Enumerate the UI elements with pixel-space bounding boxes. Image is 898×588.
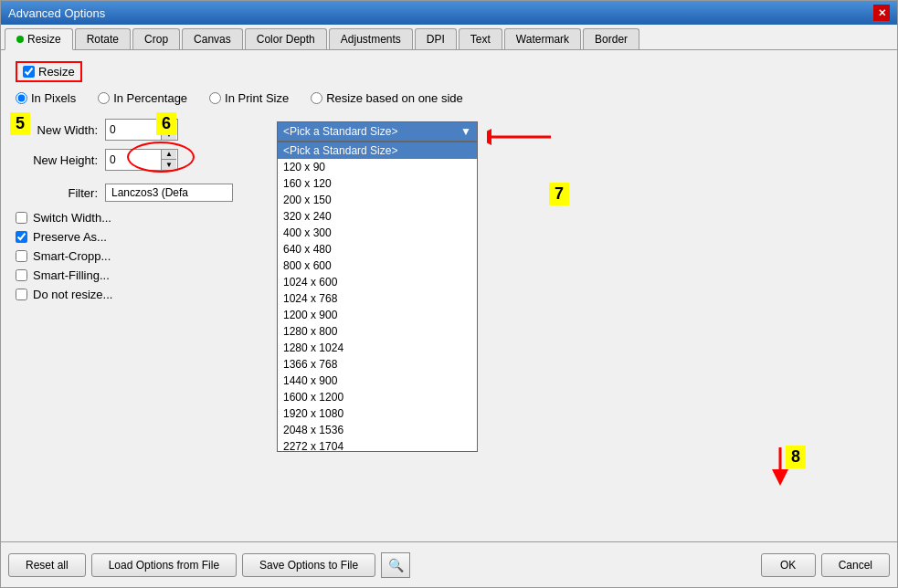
- dropdown-item-7[interactable]: 800 x 600: [278, 257, 477, 274]
- resize-label: Resize: [38, 65, 75, 79]
- radio-input-percentage[interactable]: [98, 92, 110, 104]
- radio-input-oneside[interactable]: [311, 92, 322, 104]
- width-row: New Width: ▲ ▼: [16, 118, 882, 142]
- tab-text[interactable]: Text: [459, 28, 502, 49]
- smart-filling-checkbox[interactable]: [16, 269, 27, 281]
- dropdown-item-15[interactable]: 1600 x 1200: [278, 389, 477, 405]
- tab-dpi[interactable]: DPI: [415, 28, 457, 49]
- height-label: New Height:: [16, 153, 98, 167]
- dropdown-item-8[interactable]: 1024 x 600: [278, 274, 477, 290]
- dropdown-item-17[interactable]: 2048 x 1536: [278, 422, 477, 438]
- browse-button[interactable]: 🔍: [381, 552, 410, 578]
- width-input[interactable]: [106, 120, 161, 140]
- dropdown-item-16[interactable]: 1920 x 1080: [278, 405, 477, 422]
- dropdown-item-2[interactable]: 160 x 120: [278, 175, 477, 192]
- dropdown-item-3[interactable]: 200 x 150: [278, 192, 477, 208]
- bottom-bar: Reset all Load Options from File Save Op…: [1, 541, 897, 587]
- radio-group: In PixelsIn PercentageIn Print SizeResiz…: [16, 91, 882, 105]
- browse-icon: 🔍: [388, 558, 404, 572]
- tab-resize[interactable]: Resize: [5, 28, 73, 50]
- height-arrows: ▲ ▼: [161, 150, 176, 170]
- dropdown-item-1[interactable]: 120 x 90: [278, 159, 477, 175]
- dropdown-item-14[interactable]: 1440 x 900: [278, 373, 477, 389]
- dropdown-arrow-icon: ▼: [460, 125, 471, 138]
- window-title: Advanced Options: [8, 6, 105, 20]
- radio-percentage[interactable]: In Percentage: [98, 91, 187, 105]
- radio-label-percentage: In Percentage: [113, 91, 187, 105]
- dropdown-selected-text: <Pick a Standard Size>: [283, 125, 397, 138]
- standard-size-container: <Pick a Standard Size> ▼ <Pick a Standar…: [277, 121, 478, 142]
- preserve-checkbox[interactable]: [16, 231, 27, 243]
- form-rows: New Width: ▲ ▼: [16, 118, 882, 202]
- height-up-arrow[interactable]: ▲: [162, 150, 176, 160]
- advanced-options-window: Advanced Options ✕ ResizeRotateCropCanva…: [0, 0, 898, 588]
- dropdown-item-6[interactable]: 640 x 480: [278, 241, 477, 257]
- cancel-button[interactable]: Cancel: [821, 553, 890, 577]
- load-button[interactable]: Load Options from File: [91, 553, 237, 577]
- dropdown-item-12[interactable]: 1280 x 1024: [278, 340, 477, 356]
- switch-width-checkbox[interactable]: [16, 212, 27, 224]
- tab-border[interactable]: Border: [583, 28, 639, 49]
- tab-adjustments[interactable]: Adjustments: [329, 28, 413, 49]
- tab-color-depth[interactable]: Color Depth: [245, 28, 327, 49]
- save-button[interactable]: Save Options to File: [242, 553, 375, 577]
- filter-input[interactable]: [105, 184, 233, 202]
- dropdown-item-13[interactable]: 1366 x 768: [278, 356, 477, 373]
- smart-filling-label: Smart-Filling...: [33, 268, 110, 282]
- radio-oneside[interactable]: Resize based on one side: [311, 91, 463, 105]
- radio-input-print[interactable]: [209, 92, 221, 104]
- tab-watermark[interactable]: Watermark: [504, 28, 581, 49]
- close-button[interactable]: ✕: [873, 5, 890, 21]
- radio-label-oneside: Resize based on one side: [326, 91, 463, 105]
- do-not-resize-checkbox[interactable]: [16, 289, 27, 300]
- tab-rotate[interactable]: Rotate: [75, 28, 131, 49]
- dropdown-item-4[interactable]: 320 x 240: [278, 208, 477, 225]
- resize-checkbox-row: Resize: [16, 61, 882, 82]
- height-down-arrow[interactable]: ▼: [162, 160, 176, 170]
- standard-size-dropdown[interactable]: <Pick a Standard Size> ▼: [277, 121, 478, 142]
- dropdown-item-5[interactable]: 400 x 300: [278, 225, 477, 241]
- radio-label-print: In Print Size: [225, 91, 289, 105]
- dropdown-item-10[interactable]: 1200 x 900: [278, 307, 477, 323]
- filter-label: Filter:: [16, 186, 98, 200]
- radio-input-pixels[interactable]: [16, 92, 27, 104]
- smart-crop-checkbox[interactable]: [16, 250, 27, 262]
- tab-dot: [16, 36, 24, 43]
- dropdown-item-0[interactable]: <Pick a Standard Size>: [278, 142, 477, 159]
- radio-print[interactable]: In Print Size: [209, 91, 289, 105]
- tab-bar: ResizeRotateCropCanvasColor DepthAdjustm…: [1, 25, 897, 50]
- annotation-5: 5: [10, 112, 30, 135]
- resize-checkbox[interactable]: [23, 66, 35, 78]
- dropdown-item-11[interactable]: 1280 x 800: [278, 323, 477, 340]
- do-not-resize-label: Do not resize...: [33, 288, 112, 301]
- radio-label-pixels: In Pixels: [31, 91, 76, 105]
- annotation-6: 6: [156, 112, 176, 135]
- tab-crop[interactable]: Crop: [132, 28, 180, 49]
- preserve-label: Preserve As...: [33, 230, 107, 244]
- height-spinbox: ▲ ▼: [105, 149, 178, 171]
- content-area: 5 6 7 8 Resize In PixelsIn PercentageIn …: [1, 50, 897, 541]
- arrow-7-svg: [487, 123, 560, 151]
- radio-pixels[interactable]: In Pixels: [16, 91, 76, 105]
- title-bar: Advanced Options ✕: [1, 1, 897, 25]
- tab-canvas[interactable]: Canvas: [182, 28, 243, 49]
- dropdown-item-18[interactable]: 2272 x 1704: [278, 438, 477, 452]
- annotation-7: 7: [549, 183, 569, 205]
- arrow-8-svg: [762, 443, 798, 488]
- height-input[interactable]: [106, 150, 161, 170]
- reset-button[interactable]: Reset all: [8, 553, 86, 577]
- dropdown-item-9[interactable]: 1024 x 768: [278, 290, 477, 307]
- standard-size-list: <Pick a Standard Size>120 x 90160 x 1202…: [277, 142, 478, 452]
- resize-checkbox-label[interactable]: Resize: [16, 61, 82, 82]
- ok-button[interactable]: OK: [761, 553, 816, 577]
- smart-crop-label: Smart-Cropp...: [33, 249, 111, 263]
- switch-width-label: Switch Width...: [33, 211, 111, 225]
